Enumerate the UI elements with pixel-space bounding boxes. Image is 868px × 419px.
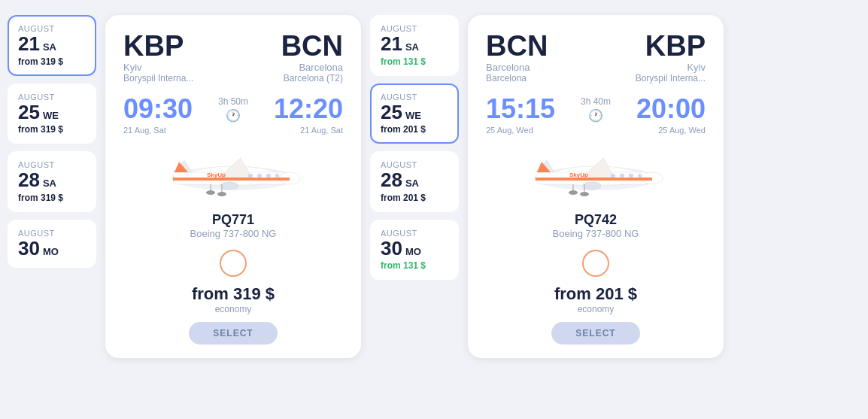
date-day: 30 [18, 238, 40, 260]
card2-select-button[interactable]: SELECT [551, 322, 639, 345]
date-dayname: WE [405, 110, 421, 121]
right-date-item-raug21[interactable]: AUGUST 21 SA from 131 $ [370, 15, 459, 76]
card2-arr-terminal: Boryspil Interna... [636, 73, 706, 83]
card2-flight-num: PQ742 [575, 212, 617, 228]
card2-arr-city: Kyiv [636, 62, 706, 73]
svg-rect-20 [629, 174, 633, 178]
flight-card-2: BCN Barcelona Barcelona KBP Kyiv Boryspi… [468, 15, 724, 358]
svg-rect-21 [638, 174, 642, 178]
card2-dates-row: 25 Aug, Wed 25 Aug, Wed [486, 126, 706, 135]
plane-illustration-2: SkyUp [513, 147, 678, 203]
card1-dep-time: 09:30 [123, 96, 193, 123]
svg-rect-17 [536, 178, 652, 181]
card1-arr-city: Barcelona [281, 62, 343, 73]
date-price: from 201 $ [381, 193, 448, 203]
card2-header: BCN Barcelona Barcelona KBP Kyiv Boryspi… [486, 32, 706, 83]
card2-time-row: 15:15 3h 40m 🕐 20:00 [486, 96, 706, 123]
svg-rect-6 [266, 174, 271, 178]
card2-dep-date: 25 Aug, Wed [486, 126, 533, 135]
card2-dep-code: BCN [486, 32, 548, 60]
card2-duration: 3h 40m [581, 96, 611, 107]
card1-dep-city: Kyiv [123, 62, 193, 73]
flight-card-1: KBP Kyiv Boryspil Interna... BCN Barcelo… [105, 15, 361, 358]
svg-point-13 [217, 192, 226, 196]
page-wrapper: AUGUST 21 SA from 319 $ AUGUST 25 WE fro… [8, 15, 860, 358]
card2-duration-block: 3h 40m 🕐 [581, 96, 611, 123]
left-date-item-aug25[interactable]: AUGUST 25 WE from 319 $ [8, 83, 96, 144]
date-month: AUGUST [381, 229, 448, 238]
date-day: 21 [381, 33, 402, 55]
card1-price-class: economy [215, 304, 252, 314]
svg-text:SkyUp: SkyUp [207, 172, 226, 178]
date-day: 21 [18, 33, 40, 55]
date-price: from 131 $ [381, 56, 448, 67]
svg-text:SkyUp: SkyUp [569, 172, 588, 178]
right-date-list: AUGUST 21 SA from 131 $ AUGUST 25 WE fro… [370, 15, 459, 358]
svg-rect-18 [611, 174, 615, 178]
card1-arr-code: BCN [281, 32, 343, 60]
left-date-item-aug28[interactable]: AUGUST 28 SA from 319 $ [8, 151, 96, 212]
clock-icon-2: 🕐 [588, 108, 603, 123]
card1-select-button[interactable]: SELECT [189, 322, 277, 345]
card1-dep-code: KBP [123, 32, 193, 60]
date-price: from 201 $ [381, 124, 448, 135]
right-date-item-raug30[interactable]: AUGUST 30 MO from 131 $ [370, 220, 459, 281]
card2-dep-time: 15:15 [486, 96, 555, 123]
svg-rect-19 [620, 174, 624, 178]
date-day: 25 [381, 102, 402, 123]
date-day: 28 [18, 169, 40, 191]
left-date-item-aug30[interactable]: AUGUST 30 MO [8, 220, 96, 269]
svg-point-26 [569, 190, 578, 195]
date-day: 25 [18, 102, 40, 123]
card1-dep-date: 21 Aug, Sat [123, 126, 166, 135]
card2-arr-time: 20:00 [636, 96, 706, 123]
card1-header: KBP Kyiv Boryspil Interna... BCN Barcelo… [123, 32, 343, 83]
svg-rect-5 [257, 174, 262, 178]
svg-rect-7 [275, 174, 279, 178]
card2-aircraft: Boeing 737-800 NG [553, 228, 639, 239]
card2-dep-terminal: Barcelona [486, 73, 548, 83]
svg-point-27 [580, 192, 589, 196]
card1-aircraft: Boeing 737-800 NG [190, 228, 277, 239]
date-dayname: SA [43, 178, 56, 189]
card1-duration: 3h 50m [218, 96, 248, 107]
date-price: from 319 $ [18, 193, 86, 203]
card1-arr-date: 21 Aug, Sat [300, 126, 343, 135]
svg-point-12 [206, 190, 215, 195]
card2-arr-date: 25 Aug, Wed [658, 126, 706, 135]
date-dayname: SA [405, 41, 419, 53]
left-date-item-aug21[interactable]: AUGUST 21 SA from 319 $ [8, 15, 96, 76]
card1-select-circle[interactable] [220, 250, 247, 277]
plane-illustration-1: SkyUp [150, 147, 316, 203]
date-price: from 319 $ [18, 124, 86, 135]
date-dayname: WE [43, 110, 59, 121]
date-dayname: SA [405, 178, 419, 189]
svg-rect-3 [173, 178, 290, 181]
date-dayname: MO [405, 246, 421, 257]
date-dayname: MO [43, 246, 59, 257]
card1-dep-terminal: Boryspil Interna... [123, 73, 193, 83]
clock-icon: 🕐 [226, 108, 241, 123]
left-date-list: AUGUST 21 SA from 319 $ AUGUST 25 WE fro… [8, 15, 96, 358]
card1-arr-terminal: Barcelona (T2) [281, 73, 343, 83]
date-price: from 131 $ [381, 260, 448, 271]
date-month: AUGUST [18, 229, 86, 238]
card1-dates-row: 21 Aug, Sat 21 Aug, Sat [123, 126, 343, 135]
card1-arr-time: 12:20 [274, 96, 343, 123]
card1-duration-block: 3h 50m 🕐 [218, 96, 248, 123]
card2-arr-block: KBP Kyiv Boryspil Interna... [636, 32, 706, 83]
right-date-item-raug28[interactable]: AUGUST 28 SA from 201 $ [370, 151, 459, 212]
right-date-item-raug25[interactable]: AUGUST 25 WE from 201 $ [370, 83, 459, 144]
card1-arr-block: BCN Barcelona Barcelona (T2) [281, 32, 343, 83]
date-dayname: SA [43, 41, 56, 53]
date-day: 28 [381, 169, 402, 191]
date-month: AUGUST [18, 93, 86, 102]
card1-flight-num: PQ771 [212, 212, 254, 228]
card2-arr-code: KBP [636, 32, 706, 60]
card1-price: from 319 $ [192, 284, 275, 304]
card2-dep-block: BCN Barcelona Barcelona [486, 32, 548, 83]
svg-point-23 [583, 182, 601, 190]
date-month: AUGUST [381, 93, 448, 102]
date-price: from 319 $ [18, 56, 86, 67]
card2-select-circle[interactable] [582, 250, 609, 277]
